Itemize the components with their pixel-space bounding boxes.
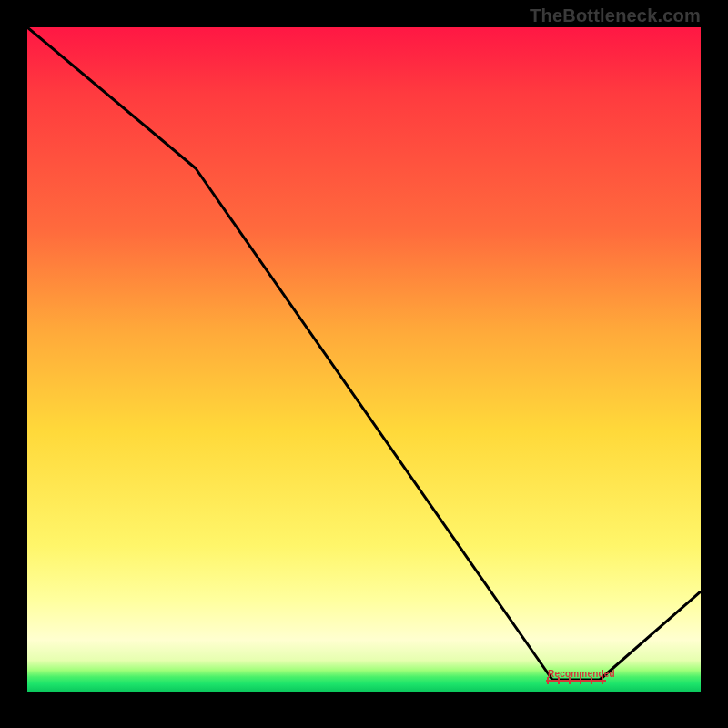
- chart-frame: TheBottleneck.com Recommended: [0, 0, 728, 728]
- recommended-label: Recommended: [548, 669, 615, 679]
- plot-gradient-area: [27, 27, 701, 701]
- watermark-text: TheBottleneck.com: [530, 5, 701, 26]
